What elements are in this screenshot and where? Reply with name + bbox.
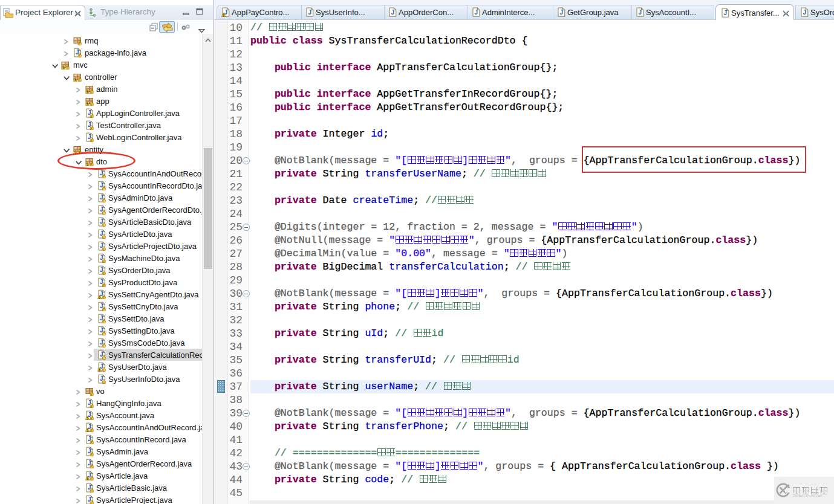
- svg-text:J: J: [474, 9, 478, 16]
- svg-text:J: J: [723, 10, 727, 16]
- svg-text:J: J: [391, 9, 394, 16]
- svg-text:J: J: [638, 9, 642, 16]
- svg-text:J: J: [308, 9, 311, 16]
- svg-text:J: J: [803, 9, 806, 16]
- svg-text:J: J: [559, 9, 563, 16]
